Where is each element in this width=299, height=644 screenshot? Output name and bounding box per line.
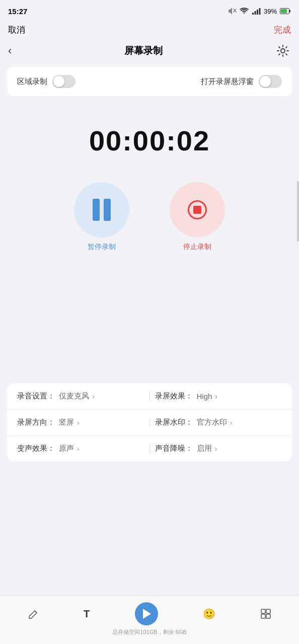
status-time: 15:27 <box>8 7 27 16</box>
float-window-toggle-item: 打开录屏悬浮窗 <box>201 75 282 88</box>
area-record-toggle-item: 区域录制 <box>17 75 76 88</box>
orientation-val: 竖屏 <box>59 418 74 427</box>
svg-rect-11 <box>266 609 270 613</box>
pause-label: 暂停录制 <box>88 243 116 252</box>
watermark-setting[interactable]: 录屏水印： 官方水印 › <box>155 418 282 427</box>
battery-icon <box>280 8 291 14</box>
stop-control: 停止录制 <box>170 182 225 252</box>
pencil-icon[interactable] <box>28 608 39 619</box>
divider-1 <box>150 392 150 401</box>
bottom-toolbar: T 🙂 总存储空间101GB，剩余 6GB <box>0 596 299 644</box>
play-button[interactable] <box>135 602 158 625</box>
back-button[interactable]: ‹ <box>8 44 12 57</box>
stop-label: 停止录制 <box>183 243 211 252</box>
noise-reduction-val: 启用 <box>197 444 212 453</box>
storage-info: 总存储空间101GB，剩余 6GB <box>0 628 299 636</box>
audio-val: 仅麦克风 <box>59 391 89 401</box>
watermark-chevron: › <box>230 419 233 427</box>
audio-chevron: › <box>92 392 95 400</box>
svg-rect-13 <box>266 614 270 618</box>
orientation-chevron: › <box>77 419 80 427</box>
audio-setting[interactable]: 录音设置： 仅麦克风 › <box>17 391 144 401</box>
float-window-label: 打开录屏悬浮窗 <box>201 77 254 87</box>
svg-rect-4 <box>257 10 258 15</box>
svg-rect-8 <box>289 10 290 13</box>
svg-point-9 <box>281 49 285 53</box>
action-bar: 取消 完成 <box>0 22 299 40</box>
settings-card: 录音设置： 仅麦克风 › 录屏效果： High › 录屏方向： 竖屏 › 录屏水… <box>7 383 292 461</box>
pause-button[interactable] <box>74 182 129 237</box>
svg-rect-10 <box>261 609 265 613</box>
gear-icon <box>276 44 289 57</box>
scroll-indicator <box>297 181 299 242</box>
svg-rect-3 <box>254 11 256 15</box>
voice-effect-chevron: › <box>77 445 80 453</box>
settings-row-2: 录屏方向： 竖屏 › 录屏水印： 官方水印 › <box>7 410 292 436</box>
float-window-toggle[interactable] <box>259 75 282 88</box>
quality-key: 录屏效果： <box>155 391 193 401</box>
pause-control: 暂停录制 <box>74 182 129 252</box>
converter-icon[interactable] <box>260 608 271 619</box>
page-title: 屏幕录制 <box>124 44 163 57</box>
stop-button[interactable] <box>170 182 225 237</box>
svg-rect-5 <box>259 8 260 15</box>
done-button[interactable]: 完成 <box>274 24 291 36</box>
voice-effect-key: 变声效果： <box>17 444 55 453</box>
watermark-val: 官方水印 <box>197 418 227 427</box>
area-record-label: 区域录制 <box>17 77 47 87</box>
stop-square <box>193 206 201 214</box>
play-icon <box>143 609 151 619</box>
settings-row-3: 变声效果： 原声 › 声音降噪： 启用 › <box>7 436 292 461</box>
stop-icon <box>188 200 207 219</box>
settings-row-1: 录音设置： 仅麦克风 › 录屏效果： High › <box>7 383 292 410</box>
toolbar-icons: T 🙂 <box>0 600 299 627</box>
divider-3 <box>150 444 150 453</box>
quality-val: High <box>197 392 212 400</box>
svg-rect-2 <box>252 13 254 15</box>
settings-button[interactable] <box>275 43 291 59</box>
pause-bar-right <box>104 199 111 221</box>
divider-2 <box>150 418 150 427</box>
noise-reduction-chevron: › <box>215 445 217 453</box>
quality-chevron: › <box>215 392 217 400</box>
voice-effect-val: 原声 <box>59 444 74 453</box>
noise-reduction-setting[interactable]: 声音降噪： 启用 › <box>155 444 282 453</box>
audio-key: 录音设置： <box>17 391 55 401</box>
text-icon[interactable]: T <box>84 608 90 620</box>
bottom-spacer <box>0 461 299 507</box>
area-record-toggle[interactable] <box>52 75 76 88</box>
svg-rect-7 <box>281 9 287 13</box>
quality-setting[interactable]: 录屏效果： High › <box>155 391 282 401</box>
orientation-key: 录屏方向： <box>17 418 55 427</box>
signal-icon <box>252 8 261 15</box>
svg-rect-12 <box>261 614 265 618</box>
cancel-button[interactable]: 取消 <box>8 24 25 36</box>
nav-bar: ‹ 屏幕录制 <box>0 40 299 64</box>
noise-reduction-key: 声音降噪： <box>155 444 193 453</box>
pause-icon <box>93 199 111 221</box>
battery-text: 39% <box>264 8 277 15</box>
orientation-setting[interactable]: 录屏方向： 竖屏 › <box>17 418 144 427</box>
toggles-card: 区域录制 打开录屏悬浮窗 <box>7 67 292 96</box>
controls-row: 暂停录制 停止录制 <box>0 182 299 252</box>
timer-display: 00:00:02 <box>89 125 210 156</box>
timer-container: 00:00:02 <box>0 99 299 172</box>
emoji-icon[interactable]: 🙂 <box>203 608 215 620</box>
voice-effect-setting[interactable]: 变声效果： 原声 › <box>17 444 144 453</box>
status-bar: 15:27 39% <box>0 0 299 22</box>
status-icons: 39% <box>228 7 291 15</box>
watermark-key: 录屏水印： <box>155 418 193 427</box>
wifi-icon <box>240 8 249 15</box>
pause-bar-left <box>93 199 100 221</box>
mute-icon <box>228 7 237 15</box>
middle-spacer <box>0 260 299 375</box>
